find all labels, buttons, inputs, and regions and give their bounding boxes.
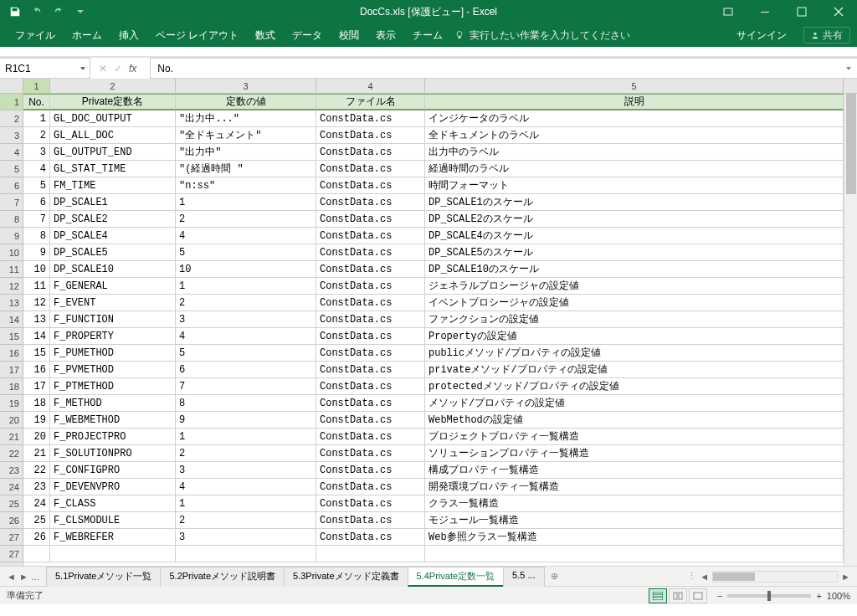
cell[interactable]: 7 (176, 378, 316, 394)
view-page-break-icon[interactable] (689, 588, 707, 603)
cell[interactable]: ConstData.cs (316, 462, 425, 478)
cell[interactable] (425, 546, 844, 562)
cell[interactable]: 経過時間のラベル (425, 161, 844, 177)
cell[interactable] (176, 546, 316, 562)
cell[interactable]: publicメソッド/プロパティの設定値 (425, 345, 844, 361)
sheet-tab[interactable]: 5.3Privateメソッド定義書 (284, 567, 408, 587)
cell[interactable]: インジケータのラベル (425, 110, 844, 126)
row-header[interactable]: 21 (0, 429, 23, 445)
cell[interactable]: ConstData.cs (316, 211, 425, 227)
cell[interactable]: DP_SCALE2のスケール (425, 211, 844, 227)
hscroll-left-icon[interactable]: ◄ (700, 572, 709, 582)
sign-in-link[interactable]: サインイン (728, 28, 795, 43)
row-header[interactable]: 25 (0, 495, 23, 512)
cell[interactable]: DP_SCALE5のスケール (425, 244, 844, 260)
cell[interactable]: 出力中のラベル (425, 144, 844, 160)
cell[interactable]: イベントプロシージャの設定値 (425, 295, 844, 311)
cell[interactable]: ConstData.cs (316, 228, 425, 244)
cell[interactable]: クラス一覧構造 (425, 495, 844, 511)
cell[interactable]: 2 (176, 512, 316, 528)
row-header[interactable]: 8 (0, 211, 23, 228)
cell[interactable]: 8 (176, 395, 316, 411)
vertical-scrollbar[interactable] (844, 94, 857, 566)
cell[interactable]: 4 (176, 328, 316, 344)
redo-icon[interactable] (52, 5, 65, 18)
view-page-layout-icon[interactable] (669, 588, 687, 603)
row-header[interactable]: 11 (0, 261, 23, 278)
cell[interactable] (50, 546, 176, 562)
tell-me-search[interactable]: 実行したい作業を入力してください (454, 28, 630, 43)
row-header[interactable]: 19 (0, 395, 23, 412)
cell[interactable]: 26 (23, 529, 50, 545)
cell[interactable]: ConstData.cs (316, 429, 425, 444)
add-sheet-icon[interactable]: ⊕ (544, 571, 565, 582)
cell[interactable]: 4 (176, 228, 316, 244)
ribbon-tab-0[interactable]: ファイル (7, 23, 64, 47)
cell[interactable]: 1 (176, 495, 316, 511)
header-cell-no[interactable]: No. (23, 94, 50, 110)
hscroll-right-icon[interactable]: ► (841, 572, 850, 582)
cell[interactable]: 全ドキュメントのラベル (425, 127, 844, 143)
ribbon-tab-1[interactable]: ホーム (64, 23, 110, 47)
row-header[interactable]: 20 (0, 412, 23, 429)
ribbon-display-icon[interactable] (710, 0, 747, 23)
row-header[interactable]: 16 (0, 345, 23, 362)
cell[interactable]: Propertyの設定値 (425, 328, 844, 344)
row-header[interactable]: 12 (0, 278, 23, 295)
row-header[interactable]: 15 (0, 328, 23, 345)
cells-area[interactable]: No.Private定数名定数の値ファイル名説明1GL_DOC_OUTPUT"出… (23, 94, 844, 566)
cell[interactable]: F_PUMETHOD (50, 345, 176, 361)
row-header[interactable]: 5 (0, 161, 23, 177)
cell[interactable]: 4 (23, 161, 50, 177)
chevron-down-icon[interactable] (80, 65, 86, 72)
row-header[interactable]: 24 (0, 479, 23, 495)
cancel-icon[interactable]: ✕ (99, 63, 107, 74)
ribbon-tab-2[interactable]: 挿入 (110, 23, 147, 47)
cell[interactable]: DP_SCALE2 (50, 211, 176, 227)
cell[interactable]: ConstData.cs (316, 177, 425, 193)
cell[interactable]: "出力中" (176, 144, 316, 160)
sheet-tab[interactable]: 5.2Privateメソッド説明書 (160, 567, 285, 587)
cell[interactable]: 10 (23, 261, 50, 277)
cell[interactable]: 22 (23, 462, 50, 478)
cell[interactable]: DP_SCALE4 (50, 228, 176, 244)
cell[interactable]: 17 (23, 378, 50, 394)
formula-input[interactable]: No. (150, 58, 857, 79)
cell[interactable]: ConstData.cs (316, 144, 425, 160)
cell[interactable]: F_GENERAL (50, 278, 176, 294)
cell[interactable]: GL_STAT_TIME (50, 161, 176, 177)
cell[interactable]: ConstData.cs (316, 345, 425, 361)
cell[interactable]: ConstData.cs (316, 395, 425, 411)
cell[interactable]: F_DEVENVPRO (50, 479, 176, 495)
minimize-button[interactable] (747, 0, 783, 23)
share-button[interactable]: 共有 (803, 27, 850, 44)
row-header[interactable]: 18 (0, 378, 23, 395)
close-button[interactable] (820, 0, 857, 23)
cell[interactable]: F_PROPERTY (50, 328, 176, 344)
row-header[interactable]: 1 (0, 94, 23, 110)
col-header-5[interactable]: 5 (425, 79, 844, 93)
cell[interactable]: 5 (23, 177, 50, 193)
cell[interactable]: ConstData.cs (316, 110, 425, 126)
cell[interactable]: 21 (23, 445, 50, 461)
ribbon-tab-8[interactable]: チーム (404, 23, 451, 47)
cell[interactable]: ConstData.cs (316, 412, 425, 428)
row-header[interactable]: 4 (0, 144, 23, 161)
row-header[interactable]: 10 (0, 244, 23, 261)
enter-icon[interactable]: ✓ (114, 63, 122, 74)
cell[interactable]: 開発環境プロパティ一覧構造 (425, 479, 844, 495)
cell[interactable]: 14 (23, 328, 50, 344)
zoom-level[interactable]: 100% (827, 591, 850, 601)
cell[interactable]: ファンクションの設定値 (425, 311, 844, 327)
cell[interactable]: 2 (176, 211, 316, 227)
cell[interactable]: "n:ss" (176, 177, 316, 193)
cell[interactable]: GL_DOC_OUTPUT (50, 110, 176, 126)
col-header-3[interactable]: 3 (176, 79, 316, 93)
cell[interactable]: 11 (23, 278, 50, 294)
cell[interactable]: 12 (23, 295, 50, 311)
cell[interactable]: 15 (23, 345, 50, 361)
cell[interactable]: 3 (176, 311, 316, 327)
hscroll-thumb[interactable] (713, 572, 755, 581)
cell[interactable]: 1 (23, 110, 50, 126)
cell[interactable]: 6 (176, 362, 316, 377)
